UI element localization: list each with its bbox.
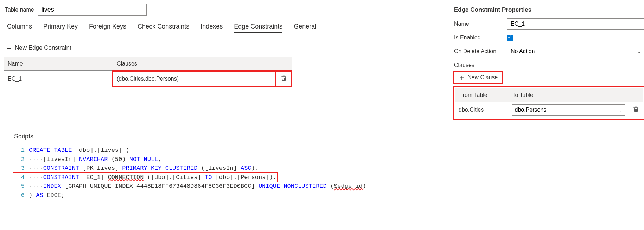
clause-header-from[interactable]: From Table	[455, 88, 508, 102]
prop-clauses-label: Clauses	[454, 62, 644, 68]
clause-table: From Table To Table dbo.Cities	[455, 88, 643, 118]
properties-title: Edge Constraint Properties	[454, 6, 644, 18]
prop-name-label: Name	[454, 21, 507, 27]
trash-icon	[280, 75, 287, 82]
constraint-row[interactable]: EC_1 (dbo.Cities,dbo.Persons)	[4, 71, 292, 87]
tab-check-constraints[interactable]: Check Constraints	[138, 23, 189, 33]
prop-enabled-checkbox[interactable]	[507, 35, 513, 41]
clause-table-frame: From Table To Table dbo.Cities	[454, 87, 644, 119]
left-panel: Table name Columns Primary Key Foreign K…	[0, 0, 454, 201]
tabs: Columns Primary Key Foreign Keys Check C…	[4, 23, 454, 33]
new-clause-label: New Clause	[467, 74, 498, 81]
clause-header-to[interactable]: To Table	[508, 88, 629, 102]
tab-general[interactable]: General	[294, 23, 316, 33]
clause-from-cell: dbo.Cities	[455, 102, 508, 118]
plus-icon: ＋	[6, 44, 13, 51]
clause-delete-cell[interactable]	[629, 102, 643, 118]
script-editor[interactable]: 1CREATE TABLE [dbo].[lives] ( 2····[live…	[14, 144, 454, 201]
prop-enabled-label: Is Enabled	[454, 35, 507, 41]
plus-icon: ＋	[458, 74, 465, 81]
tab-primary-key[interactable]: Primary Key	[43, 23, 78, 33]
tab-indexes[interactable]: Indexes	[200, 23, 223, 33]
clause-row[interactable]: dbo.Cities	[455, 102, 643, 118]
new-clause-button[interactable]: ＋ New Clause	[454, 72, 502, 83]
clause-header-actions	[629, 88, 643, 102]
constraint-clauses-cell: (dbo.Cities,dbo.Persons)	[113, 71, 276, 87]
clause-to-select[interactable]	[512, 104, 625, 116]
col-header-clauses[interactable]: Clauses	[113, 57, 276, 71]
table-name-input[interactable]	[38, 4, 147, 16]
scripts-label: Scripts	[14, 133, 33, 142]
col-header-actions	[276, 57, 292, 71]
add-edge-constraint-button[interactable]: ＋ New Edge Constraint	[5, 43, 72, 53]
tab-foreign-keys[interactable]: Foreign Keys	[89, 23, 126, 33]
add-edge-constraint-label: New Edge Constraint	[15, 44, 71, 51]
trash-icon	[632, 106, 639, 113]
constraint-name-cell: EC_1	[4, 71, 113, 87]
tab-edge-constraints[interactable]: Edge Constraints	[234, 23, 282, 33]
prop-ondelete-select[interactable]	[507, 46, 644, 57]
scripts-section: Scripts 1CREATE TABLE [dbo].[lives] ( 2·…	[4, 129, 454, 201]
prop-ondelete-label: On Delete Action	[454, 48, 507, 55]
constraint-table: Name Clauses EC_1 (dbo.Cities,dbo.Person…	[4, 57, 292, 87]
clause-to-cell[interactable]	[508, 102, 629, 118]
constraint-delete-cell[interactable]	[276, 71, 292, 87]
properties-panel: Edge Constraint Properties Name Is Enabl…	[454, 0, 644, 201]
col-header-name[interactable]: Name	[4, 57, 113, 71]
tab-columns[interactable]: Columns	[7, 23, 32, 33]
prop-name-input[interactable]	[507, 18, 644, 30]
table-name-label: Table name	[4, 7, 34, 13]
